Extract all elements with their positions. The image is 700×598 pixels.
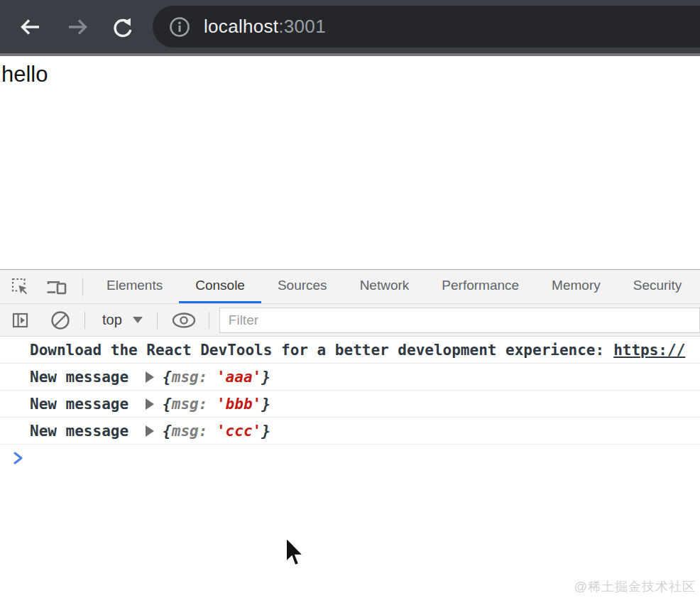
- triangle-right-icon[interactable]: [146, 398, 154, 410]
- console-log-row: New message {msg: 'aaa'}: [0, 364, 700, 391]
- triangle-right-icon[interactable]: [146, 371, 154, 383]
- object-preview[interactable]: {msg: 'bbb'}: [163, 396, 270, 413]
- show-sidebar-icon: [12, 312, 29, 329]
- devtools-download-link[interactable]: https://: [613, 342, 685, 359]
- forward-button[interactable]: [64, 13, 91, 40]
- info-message-text: Download the React DevTools for a better…: [30, 342, 604, 359]
- reload-icon: [109, 13, 136, 40]
- tab-security[interactable]: Security: [617, 270, 699, 303]
- back-button[interactable]: [17, 13, 44, 40]
- tab-memory[interactable]: Memory: [535, 270, 617, 303]
- inspect-element-icon: [11, 278, 30, 296]
- console-sidebar-button[interactable]: [12, 312, 29, 329]
- toolbar-separator: [157, 312, 158, 329]
- caret-down-icon: [133, 317, 143, 323]
- tab-performance[interactable]: Performance: [425, 270, 535, 303]
- console-prompt[interactable]: [0, 445, 700, 472]
- device-toolbar-icon: [46, 278, 67, 296]
- object-preview[interactable]: {msg: 'aaa'}: [163, 369, 270, 386]
- clear-console-icon: [50, 310, 71, 331]
- devtools-tab-strip: Elements Console Sources Network Perform…: [0, 270, 700, 304]
- eye-icon: [171, 312, 197, 329]
- arrow-right-icon: [64, 13, 91, 40]
- clear-console-button[interactable]: [48, 310, 72, 331]
- page-text: hello: [0, 59, 700, 87]
- tab-network[interactable]: Network: [344, 270, 426, 303]
- console-toolbar: top: [0, 304, 700, 337]
- page-content: hello: [0, 59, 700, 269]
- url-text[interactable]: localhost:3001: [204, 16, 326, 38]
- chevron-right-icon: [13, 450, 24, 466]
- console-info-message: Download the React DevTools for a better…: [0, 337, 700, 364]
- url-port: :3001: [278, 16, 326, 37]
- object-preview[interactable]: {msg: 'ccc'}: [163, 423, 270, 440]
- url-host: localhost: [204, 16, 278, 37]
- log-message-label: New message: [30, 396, 128, 413]
- devtools-panel: Elements Console Sources Network Perform…: [0, 269, 700, 598]
- tab-elements[interactable]: Elements: [90, 270, 179, 303]
- inspect-element-button[interactable]: [11, 270, 30, 303]
- info-icon: [168, 15, 192, 39]
- toolbar-separator: [209, 312, 209, 329]
- device-toolbar-button[interactable]: [45, 270, 68, 303]
- browser-toolbar: localhost:3001: [0, 0, 700, 56]
- tab-sources[interactable]: Sources: [261, 270, 344, 303]
- console-log-row: New message {msg: 'ccc'}: [0, 418, 700, 445]
- live-expression-button[interactable]: [170, 312, 197, 329]
- context-selector[interactable]: top: [102, 312, 143, 328]
- tab-console[interactable]: Console: [179, 270, 261, 303]
- console-log-row: New message {msg: 'bbb'}: [0, 391, 700, 418]
- triangle-right-icon[interactable]: [146, 425, 154, 437]
- address-bar[interactable]: localhost:3001: [153, 6, 700, 48]
- context-selector-value: top: [102, 312, 122, 328]
- filter-input[interactable]: [219, 308, 700, 333]
- toolbar-separator: [84, 312, 85, 329]
- watermark: @稀土掘金技术社区: [574, 578, 696, 595]
- reload-button[interactable]: [109, 13, 136, 40]
- console-messages: Download the React DevTools for a better…: [0, 337, 700, 472]
- log-message-label: New message: [30, 423, 128, 440]
- log-message-label: New message: [30, 369, 128, 386]
- arrow-left-icon: [17, 13, 44, 40]
